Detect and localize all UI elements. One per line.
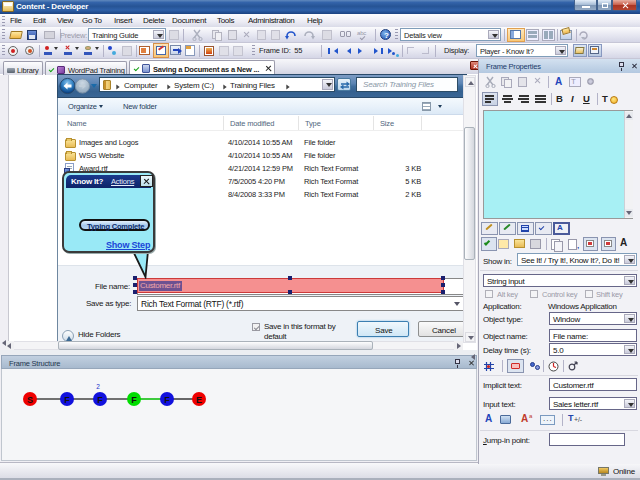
svg-text:E: E xyxy=(196,395,202,405)
svg-text:F: F xyxy=(164,395,170,405)
svg-text:F: F xyxy=(97,395,103,405)
svg-text:F: F xyxy=(131,395,137,405)
svg-text:2: 2 xyxy=(96,383,100,390)
svg-text:F: F xyxy=(64,395,70,405)
svg-text:S: S xyxy=(27,395,33,405)
